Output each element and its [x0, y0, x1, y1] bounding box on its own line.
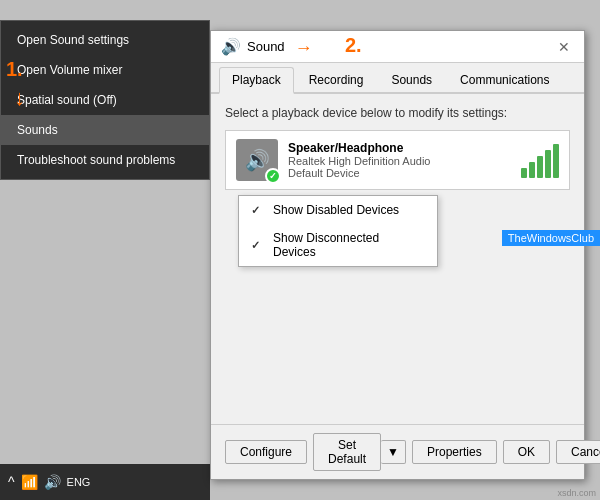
- tab-sounds[interactable]: Sounds: [378, 67, 445, 92]
- device-item-speaker[interactable]: 🔊 ✓ Speaker/Headphone Realtek High Defin…: [225, 130, 570, 190]
- menu-item-open-volume[interactable]: Open Volume mixer: [1, 55, 209, 85]
- tab-playback[interactable]: Playback: [219, 67, 294, 94]
- popup-label-disabled: Show Disabled Devices: [273, 203, 399, 217]
- xsdn-watermark: xsdn.com: [557, 488, 596, 498]
- bar-3: [537, 156, 543, 178]
- step-2-label: 2.: [345, 34, 362, 57]
- device-status: Default Device: [288, 167, 511, 179]
- tab-communications[interactable]: Communications: [447, 67, 562, 92]
- taskbar: ^ 📶 🔊 ENG: [0, 464, 210, 500]
- taskbar-lang: ENG: [67, 476, 91, 488]
- step-2-arrow: ←: [295, 38, 313, 59]
- taskbar-wifi-icon: 📶: [21, 474, 38, 490]
- step-1-label: 1.: [6, 58, 23, 81]
- check-disconnected: ✓: [251, 239, 265, 252]
- check-disabled: ✓: [251, 204, 265, 217]
- device-context-popup: ✓ Show Disabled Devices ✓ Show Disconnec…: [238, 195, 438, 267]
- dialog-instruction: Select a playback device below to modify…: [225, 106, 570, 120]
- dialog-close-button[interactable]: ✕: [554, 37, 574, 57]
- set-default-group: Set Default ▼: [313, 433, 406, 471]
- dialog-footer: Configure Set Default ▼ Properties OK Ca…: [211, 424, 584, 479]
- popup-item-disconnected-devices[interactable]: ✓ Show Disconnected Devices: [239, 224, 437, 266]
- device-sub: Realtek High Definition Audio: [288, 155, 511, 167]
- menu-item-sounds[interactable]: Sounds: [1, 115, 209, 145]
- dialog-title-area: 🔊 Sound: [221, 37, 285, 56]
- dialog-title-icon: 🔊: [221, 37, 241, 56]
- bar-4: [545, 150, 551, 178]
- menu-item-open-sound[interactable]: Open Sound settings: [1, 25, 209, 55]
- watermark: TheWindowsClub: [502, 230, 600, 246]
- dialog-titlebar: 🔊 Sound ✕: [211, 31, 584, 63]
- taskbar-chevron[interactable]: ^: [8, 474, 15, 490]
- configure-button[interactable]: Configure: [225, 440, 307, 464]
- dialog-title-text: Sound: [247, 39, 285, 54]
- dialog-footer-right: OK Cancel Apply: [503, 440, 600, 464]
- set-default-dropdown[interactable]: ▼: [381, 440, 406, 464]
- taskbar-context-menu: Open Sound settings Open Volume mixer Sp…: [0, 20, 210, 180]
- device-info: Speaker/Headphone Realtek High Definitio…: [288, 141, 511, 179]
- cancel-button[interactable]: Cancel: [556, 440, 600, 464]
- popup-item-disabled-devices[interactable]: ✓ Show Disabled Devices: [239, 196, 437, 224]
- bar-1: [521, 168, 527, 178]
- properties-button[interactable]: Properties: [412, 440, 497, 464]
- step-1-arrow: ↓: [14, 85, 25, 111]
- device-level-bars: [521, 142, 559, 178]
- ok-button[interactable]: OK: [503, 440, 550, 464]
- set-default-button[interactable]: Set Default: [313, 433, 381, 471]
- menu-item-troubleshoot[interactable]: Troubleshoot sound problems: [1, 145, 209, 175]
- dialog-tabs: Playback Recording Sounds Communications: [211, 63, 584, 94]
- device-name: Speaker/Headphone: [288, 141, 511, 155]
- device-icon-speaker: 🔊 ✓: [236, 139, 278, 181]
- popup-label-disconnected: Show Disconnected Devices: [273, 231, 425, 259]
- menu-item-spatial[interactable]: Spatial sound (Off): [1, 85, 209, 115]
- device-default-check: ✓: [265, 168, 281, 184]
- bar-5: [553, 144, 559, 178]
- taskbar-volume-icon[interactable]: 🔊: [44, 474, 61, 490]
- tab-recording[interactable]: Recording: [296, 67, 377, 92]
- bar-2: [529, 162, 535, 178]
